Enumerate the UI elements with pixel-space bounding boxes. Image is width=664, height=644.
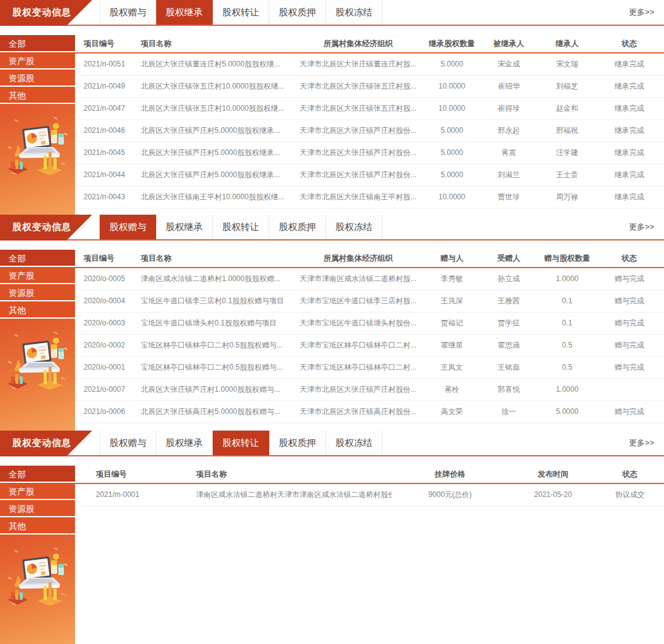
tab-股权转让[interactable]: 股权转让 [213, 431, 269, 455]
table-row[interactable]: 2021/n-0045北辰区大张庄镇芦庄村5.0000股股权继承...天津市北辰… [75, 142, 664, 164]
cell: 天津市北辰区大张庄镇高庄村股份... [292, 401, 424, 423]
sidebar-item-其他[interactable]: 其他 [0, 517, 75, 535]
sidebar-item-资产股[interactable]: 资产股 [0, 267, 75, 284]
cell: 刘福芝 [538, 76, 596, 97]
cell: 王雅茜 [480, 290, 538, 312]
cell: 汪学建 [538, 142, 596, 164]
cell: 2021/o-0007 [75, 379, 138, 400]
sidebar-item-其他[interactable]: 其他 [0, 301, 75, 319]
tab-股权质押[interactable]: 股权质押 [269, 0, 326, 25]
section-title-ribbon: 股权变动信息 [0, 431, 92, 456]
cell: 2020/o-0002 [75, 335, 138, 356]
cell: 2021/n-0049 [75, 76, 138, 97]
cell: 5.0000 [424, 142, 480, 164]
table-row[interactable]: 2020/o-0002宝坻区林亭口镇林亭口二村0.5股股权赠与...天津市宝坻区… [75, 335, 664, 357]
sidebar-item-资源股[interactable]: 资源股 [0, 70, 75, 87]
sidebar-item-其他[interactable]: 其他 [0, 87, 75, 104]
sidebar-illustration-zone [0, 535, 75, 644]
column-header: 项目名称 [186, 466, 392, 483]
more-link[interactable]: 更多>> [629, 215, 654, 239]
table-row[interactable]: 2021/n-0043北辰区大张庄镇南王平村10.0000股股权继...天津市北… [75, 186, 664, 209]
cell: 王铭磊 [480, 357, 538, 378]
cell: 10.0000 [424, 76, 480, 97]
table-header: 项目编号项目名称挂牌价格发布时间状态 [75, 466, 664, 484]
tab-股权赠与[interactable]: 股权赠与 [100, 0, 156, 25]
sidebar-menu: 全部资产股资源股其他 [0, 35, 75, 104]
cell: 赠与完成 [596, 312, 662, 334]
cell: 北辰区大张庄镇南王平村10.0000股股权继... [138, 186, 292, 208]
section-body: 全部资产股资源股其他 项目编号项目名称所属村集体经济组织赠与人受赠人赠与股权数量… [0, 241, 664, 431]
finance-laptop-illustration [6, 546, 69, 610]
section-header-bar: 股权变动信息 股权赠与股权继承股权转让股权质押股权冻结 更多>> [0, 215, 664, 241]
cell: 赠与完成 [596, 357, 662, 378]
table-row[interactable]: 2021/n-0044北辰区大张庄镇芦庄村5.0000股股权继承...天津市北辰… [75, 164, 664, 186]
sidebar-menu: 全部资产股资源股其他 [0, 250, 75, 319]
finance-laptop-illustration [6, 115, 69, 179]
equity-section-gift: 股权变动信息 股权赠与股权继承股权转让股权质押股权冻结 更多>> 全部资产股资源… [0, 215, 664, 431]
tab-股权质押[interactable]: 股权质押 [269, 215, 326, 239]
tab-股权质押[interactable]: 股权质押 [269, 431, 326, 455]
cell: 9000元(总价) [392, 484, 508, 506]
tab-股权赠与[interactable]: 股权赠与 [100, 215, 156, 239]
cell: 天津市北辰区大张庄镇芦庄村股份... [292, 120, 424, 141]
table-row[interactable]: 2020/o-0003宝坻区牛道口镇塘头村0.1股股权赠与项目天津市宝坻区牛道口… [75, 312, 664, 335]
column-header: 发布时间 [508, 466, 598, 483]
tab-股权冻结[interactable]: 股权冻结 [326, 215, 382, 239]
cell: 继承完成 [596, 98, 662, 119]
cell: 0.5 [538, 335, 596, 356]
equity-section-inheritance: 股权变动信息 股权赠与股权继承股权转让股权质押股权冻结 更多>> 全部资产股资源… [0, 0, 664, 215]
more-link[interactable]: 更多>> [629, 431, 654, 455]
table-body: 2020/o-0005津南区咸水沽镇二道桥村1.0000股股权赠...天津市津南… [75, 268, 664, 423]
table-row[interactable]: 2020/o-0001宝坻区林亭口镇林亭口二村0.5股股权赠与...天津市宝坻区… [75, 357, 664, 379]
tab-股权继承[interactable]: 股权继承 [156, 431, 213, 455]
tab-股权继承[interactable]: 股权继承 [156, 215, 213, 239]
column-header: 状态 [596, 250, 662, 267]
tab-股权冻结[interactable]: 股权冻结 [326, 0, 382, 25]
column-header: 状态 [596, 35, 662, 52]
cell: 崔绍华 [480, 76, 538, 97]
cell: 天津市北辰区大张庄镇芦庄村股份... [292, 379, 424, 400]
table-row[interactable]: 2021/o-0007北辰区大张庄镇芦庄村1.0000股股权赠与...天津市北辰… [75, 379, 664, 401]
table-row[interactable]: 2021/n-0047北辰区大张庄镇张五庄村10.0000股股权继...天津市北… [75, 98, 664, 120]
section-title: 股权变动信息 [12, 437, 71, 448]
cell: 宝坻区林亭口镇林亭口二村0.5股股权赠与... [138, 357, 292, 378]
cell: 孙立成 [480, 268, 538, 290]
table-row[interactable]: 2021/o-0006北辰区大张庄镇高庄村5.0000股股权赠与...天津市北辰… [75, 401, 664, 423]
tab-股权冻结[interactable]: 股权冻结 [326, 431, 382, 455]
sidebar-item-资源股[interactable]: 资源股 [0, 500, 75, 517]
cell: 2021/m-0001 [75, 484, 186, 506]
sidebar-item-全部[interactable]: 全部 [0, 35, 75, 52]
table-body: 2021/n-0051北辰区大张庄镇董连庄村5.0000股股权继...天津市北辰… [75, 54, 664, 209]
tab-bar: 股权赠与股权继承股权转让股权质押股权冻结 [100, 215, 382, 239]
sidebar-illustration-zone [0, 319, 75, 431]
cell: 2020/o-0001 [75, 357, 138, 378]
table-row[interactable]: 2021/n-0046北辰区大张庄镇芦庄村5.0000股股权继承...天津市北辰… [75, 120, 664, 142]
cell: 北辰区大张庄镇高庄村5.0000股股权赠与... [138, 401, 292, 423]
tab-股权转让[interactable]: 股权转让 [213, 215, 269, 239]
sidebar-item-全部[interactable]: 全部 [0, 466, 75, 483]
table-row[interactable]: 2021/m-0001津南区咸水沽镇二道桥村天津市津南区咸水沽镇二道桥村股份经.… [75, 484, 664, 506]
table-row[interactable]: 2021/n-0049北辰区大张庄镇张五庄村10.0000股股权继...天津市北… [75, 76, 664, 98]
cell: 2020/o-0005 [75, 268, 138, 290]
cell: 0.1 [538, 312, 596, 334]
sidebar-item-资源股[interactable]: 资源股 [0, 284, 75, 301]
cell: 宋文瑞 [538, 54, 596, 75]
cell: 5.0000 [538, 401, 596, 423]
sidebar-item-资产股[interactable]: 资产股 [0, 52, 75, 70]
sidebar-item-资产股[interactable]: 资产股 [0, 483, 75, 500]
sidebar-illustration-zone [0, 104, 75, 215]
cell: 宝坻区牛道口镇李三店村0.1股股权赠与项目 [138, 290, 292, 312]
section-title: 股权变动信息 [12, 7, 71, 17]
cell: 0.1 [538, 290, 596, 312]
cell: 徐一 [480, 401, 538, 423]
tab-股权继承[interactable]: 股权继承 [156, 0, 213, 25]
section-title-ribbon: 股权变动信息 [0, 215, 92, 241]
tab-股权转让[interactable]: 股权转让 [213, 0, 269, 25]
tab-股权赠与[interactable]: 股权赠与 [100, 431, 156, 455]
table-row[interactable]: 2021/n-0051北辰区大张庄镇董连庄村5.0000股股权继...天津市北辰… [75, 54, 664, 76]
cell: 天津市宝坻区牛道口镇李三店村股... [292, 290, 424, 312]
table-row[interactable]: 2020/o-0005津南区咸水沽镇二道桥村1.0000股股权赠...天津市津南… [75, 268, 664, 290]
table-row[interactable]: 2020/o-0004宝坻区牛道口镇李三店村0.1股股权赠与项目天津市宝坻区牛道… [75, 290, 664, 312]
more-link[interactable]: 更多>> [629, 0, 654, 25]
sidebar-item-全部[interactable]: 全部 [0, 250, 75, 267]
